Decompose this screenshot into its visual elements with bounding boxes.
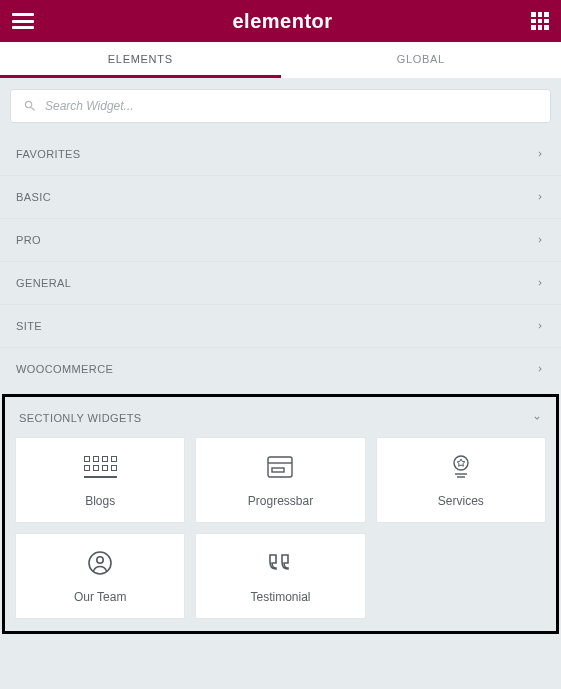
- services-icon: [449, 452, 473, 482]
- tabs: ELEMENTS GLOBAL: [0, 42, 561, 79]
- search-input[interactable]: [45, 99, 538, 113]
- widget-label: Testimonial: [250, 590, 310, 604]
- category-pro[interactable]: PRO: [0, 219, 561, 261]
- category-woocommerce[interactable]: WOOCOMMERCE: [0, 348, 561, 390]
- search-icon: [23, 99, 37, 113]
- search-field[interactable]: [10, 89, 551, 123]
- person-icon: [87, 548, 113, 578]
- category-site[interactable]: SITE: [0, 305, 561, 347]
- category-label: PRO: [16, 234, 41, 246]
- category-label: SITE: [16, 320, 42, 332]
- tab-elements[interactable]: ELEMENTS: [0, 42, 281, 78]
- widget-label: Our Team: [74, 590, 126, 604]
- widget-testimonial[interactable]: Testimonial: [195, 533, 365, 619]
- widget-progressbar[interactable]: Progressbar: [195, 437, 365, 523]
- category-general[interactable]: GENERAL: [0, 262, 561, 304]
- category-label: GENERAL: [16, 277, 71, 289]
- category-favorites[interactable]: FAVORITES: [0, 133, 561, 175]
- search-container: [0, 79, 561, 133]
- widgets-grid: Blogs Progressbar Service: [13, 437, 548, 619]
- category-basic[interactable]: BASIC: [0, 176, 561, 218]
- svg-rect-0: [268, 457, 292, 477]
- quote-icon: [266, 548, 294, 578]
- apps-grid-icon[interactable]: [531, 12, 549, 30]
- chevron-right-icon: [535, 149, 545, 159]
- chevron-right-icon: [535, 192, 545, 202]
- menu-icon[interactable]: [12, 13, 34, 29]
- widget-our-team[interactable]: Our Team: [15, 533, 185, 619]
- category-label: SECTIONLY WIDGETS: [19, 412, 142, 424]
- widget-blogs[interactable]: Blogs: [15, 437, 185, 523]
- brand-logo: elementor: [232, 10, 332, 33]
- category-sectionly-widgets[interactable]: SECTIONLY WIDGETS: [13, 397, 548, 437]
- chevron-right-icon: [535, 235, 545, 245]
- progressbar-icon: [267, 452, 293, 482]
- widget-label: Services: [438, 494, 484, 508]
- svg-rect-2: [272, 468, 284, 472]
- tab-global[interactable]: GLOBAL: [281, 42, 562, 78]
- svg-point-7: [97, 557, 103, 563]
- app-header: elementor: [0, 0, 561, 42]
- widget-label: Progressbar: [248, 494, 313, 508]
- chevron-right-icon: [535, 321, 545, 331]
- category-label: WOOCOMMERCE: [16, 363, 113, 375]
- highlighted-section: SECTIONLY WIDGETS Blogs Progre: [2, 394, 559, 634]
- category-label: FAVORITES: [16, 148, 81, 160]
- chevron-right-icon: [535, 278, 545, 288]
- widget-label: Blogs: [85, 494, 115, 508]
- grid-icon: [84, 452, 117, 482]
- chevron-right-icon: [535, 364, 545, 374]
- widget-services[interactable]: Services: [376, 437, 546, 523]
- category-label: BASIC: [16, 191, 51, 203]
- chevron-down-icon: [532, 413, 542, 423]
